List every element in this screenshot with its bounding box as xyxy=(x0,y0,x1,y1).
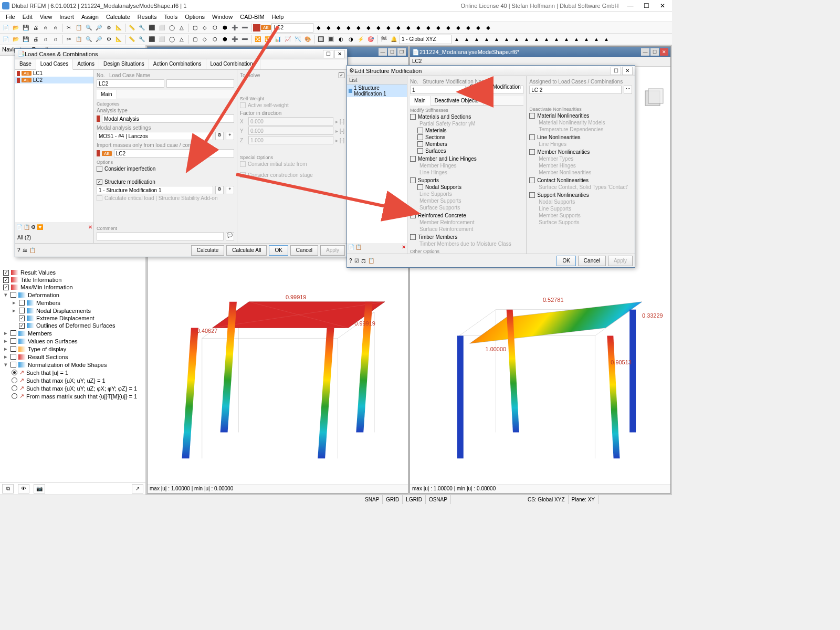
dlg2-units[interactable]: ⚖ xyxy=(361,258,366,264)
tb2-btn-26[interactable]: 📊 xyxy=(273,35,282,44)
dlg2-ok-btn[interactable]: OK xyxy=(556,256,575,266)
dlg2-del[interactable]: ✕ xyxy=(402,244,406,253)
tb2-btn-15[interactable]: ⬜ xyxy=(157,35,166,44)
tb2-extra-13[interactable]: ▲ xyxy=(582,35,591,44)
tb2-btn-2[interactable]: 💾 xyxy=(21,35,30,44)
tb2-extra-6[interactable]: ▲ xyxy=(512,35,521,44)
tb1-btn-6[interactable]: ✂ xyxy=(64,23,74,33)
dlg1-msettings-btn[interactable]: ⚙ xyxy=(215,132,224,140)
tb2-btn-6[interactable]: ✂ xyxy=(64,35,74,44)
tb2-extra-3[interactable]: ▲ xyxy=(482,35,491,44)
dlg1-msettings-field[interactable]: MOS1 - #4 | Lanczos xyxy=(97,132,213,140)
dlg1-msettings-new[interactable]: + xyxy=(226,132,234,140)
dlg1-copy[interactable]: 📋 xyxy=(24,224,30,233)
nav-rad-14[interactable] xyxy=(12,377,17,383)
tb2-btn-0[interactable]: 📄 xyxy=(1,35,10,44)
navigator-tree[interactable]: Result ValuesTitle InformationMax/Min In… xyxy=(0,267,145,482)
nav-chk-5[interactable] xyxy=(19,308,25,313)
tb1-btn-7[interactable]: 📋 xyxy=(74,23,83,33)
tb2-btn-13[interactable]: 🔧 xyxy=(137,35,146,44)
dlg1-tab-3[interactable]: Design Situations xyxy=(99,59,149,69)
dlg2-surfaces-chk[interactable] xyxy=(417,148,423,154)
dlg2-close[interactable]: ✕ xyxy=(622,67,633,75)
tb1-btn-22[interactable]: ➕ xyxy=(230,23,239,33)
view-2-min[interactable]: — xyxy=(641,48,649,56)
nav-chk-10[interactable] xyxy=(10,346,16,352)
view-1-restore[interactable]: ❐ xyxy=(397,48,406,56)
tb2-btn-24[interactable]: 🔀 xyxy=(253,35,262,44)
menu-edit[interactable]: Edit xyxy=(19,13,36,21)
dlg1-solve-chk[interactable] xyxy=(339,72,344,78)
tb2-btn-21[interactable]: ⬢ xyxy=(220,35,229,44)
tb1-extra-14[interactable]: ◆ xyxy=(454,23,463,33)
tb1-extra-16[interactable]: ◆ xyxy=(474,23,483,33)
dlg2-copy2[interactable]: 📋 xyxy=(368,258,374,264)
nav-item-0[interactable]: Result Values xyxy=(2,269,143,276)
tb1-extra-8[interactable]: ◆ xyxy=(394,23,403,33)
tb1-extra-6[interactable]: ◆ xyxy=(374,23,383,33)
tb2-btn-35[interactable]: 🎯 xyxy=(366,35,375,44)
dlg2-members-chk[interactable] xyxy=(417,141,423,147)
lc-combo[interactable]: LC2 xyxy=(271,23,313,33)
nav-item-9[interactable]: ▸Values on Surfaces xyxy=(2,337,143,345)
tb2-btn-5[interactable]: ⎌ xyxy=(51,35,60,44)
dlg1-no-field[interactable]: LC2 xyxy=(97,79,164,88)
tb2-btn-28[interactable]: 📉 xyxy=(293,35,302,44)
tb1-extra-4[interactable]: ◆ xyxy=(354,23,363,33)
nav-item-16[interactable]: ↗From mass matrix such that {uj}T[M]{uj}… xyxy=(2,392,143,400)
dlg1-comment-field[interactable] xyxy=(97,232,224,240)
dlg2-mlh-chk[interactable] xyxy=(410,156,416,162)
nav-item-11[interactable]: ▸Result Sections xyxy=(2,353,143,361)
dlg2-help[interactable]: ? xyxy=(349,258,352,264)
dlg1-close[interactable]: ✕ xyxy=(334,50,345,58)
tb1-btn-12[interactable]: 📏 xyxy=(127,23,136,33)
dlg1-comment-btn[interactable]: 💬 xyxy=(226,232,234,240)
nav-btn-1[interactable]: ⧉ xyxy=(2,484,14,494)
tb2-extra-10[interactable]: ▲ xyxy=(552,35,561,44)
osnap-toggle[interactable]: OSNAP xyxy=(426,495,451,504)
minimize-button[interactable]: — xyxy=(623,1,637,10)
tb1-extra-17[interactable]: ◆ xyxy=(484,23,493,33)
tb1-btn-11[interactable]: 📐 xyxy=(114,23,123,33)
dlg2-assigned-field[interactable]: LC 2 xyxy=(529,86,622,94)
tb2-btn-23[interactable]: ➖ xyxy=(240,35,249,44)
menu-file[interactable]: File xyxy=(2,13,19,21)
dlg2-copy[interactable]: 📋 xyxy=(355,244,362,253)
dlg2-matsect-chk[interactable] xyxy=(410,114,416,120)
tb1-btn-5[interactable]: ⎌ xyxy=(51,23,60,33)
tb2-extra-4[interactable]: ▲ xyxy=(492,35,501,44)
dlg2-matnl-chk[interactable] xyxy=(529,113,535,119)
dlg1-tab-1[interactable]: Load Cases xyxy=(36,59,73,70)
nav-chk-2[interactable] xyxy=(3,285,9,290)
tb1-extra-1[interactable]: ◆ xyxy=(324,23,333,33)
menu-view[interactable]: View xyxy=(36,13,56,21)
dlg1-structmod-chk[interactable] xyxy=(97,179,102,185)
tb2-btn-25[interactable]: 🔁 xyxy=(263,35,272,44)
tb1-extra-15[interactable]: ◆ xyxy=(464,23,473,33)
nav-item-8[interactable]: ▸Members xyxy=(2,329,143,337)
dlg1-import-field[interactable]: LC2 xyxy=(114,149,234,158)
dlg1-atype-field[interactable]: Modal Analysis xyxy=(102,114,234,123)
dlg1-ok-btn[interactable]: OK xyxy=(269,245,288,256)
dlg2-memnl-chk[interactable] xyxy=(529,149,535,155)
dlg1-structmod-field[interactable]: 1 - Structure Modification 1 xyxy=(97,186,213,194)
dlg2-linenl-chk[interactable] xyxy=(529,134,535,140)
dlg1-calc-btn[interactable]: Calculate xyxy=(191,245,225,256)
nav-rad-16[interactable] xyxy=(12,393,17,399)
dlg1-list-row-1[interactable]: AELC2 xyxy=(15,77,93,83)
tb1-extra-9[interactable]: ◆ xyxy=(404,23,413,33)
nav-chk-6[interactable] xyxy=(19,316,25,321)
tb2-extra-7[interactable]: ▲ xyxy=(522,35,531,44)
tb2-btn-27[interactable]: 📈 xyxy=(283,35,292,44)
color-swatch[interactable] xyxy=(253,24,260,32)
nav-chk-1[interactable] xyxy=(3,277,9,283)
nav-item-15[interactable]: ↗Such that max {uX; uY; uZ; φX; φY; φZ} … xyxy=(2,384,143,392)
grid-toggle[interactable]: GRID xyxy=(383,495,403,504)
nav-item-10[interactable]: ▸Type of display xyxy=(2,345,143,353)
tb2-btn-17[interactable]: △ xyxy=(177,35,186,44)
dlg2-sections-chk[interactable] xyxy=(417,134,423,140)
tb2-extra-8[interactable]: ▲ xyxy=(532,35,541,44)
tb2-extra-12[interactable]: ▲ xyxy=(572,35,581,44)
dlg2-chk[interactable]: ☑ xyxy=(354,258,359,264)
tb1-extra-12[interactable]: ◆ xyxy=(434,23,443,33)
